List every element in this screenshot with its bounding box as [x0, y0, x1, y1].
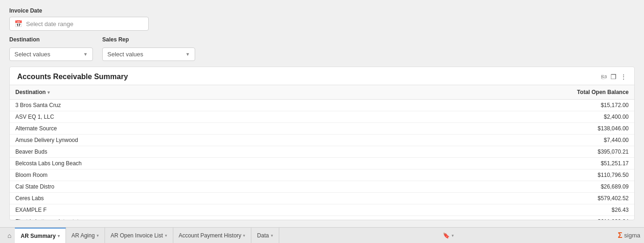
destination-value: Select values [14, 51, 50, 58]
cell-total-open-balance: $395,070.21 [355, 146, 634, 158]
cell-destination: Electric Lettuce - Interstate [10, 216, 355, 221]
more-options-icon[interactable]: ⋮ [620, 73, 627, 81]
date-range-input[interactable]: 📅 Select date range [9, 17, 149, 31]
table-row: Cal State Distro$26,689.09 [10, 181, 634, 193]
tab-ar-summary-chevron-icon: ▾ [58, 234, 60, 238]
table-row: ASV EQ 1, LLC$2,400.00 [10, 111, 634, 123]
cell-total-open-balance: $26.43 [355, 204, 634, 216]
cell-total-open-balance: $15,172.00 [355, 100, 634, 111]
tab-account-payment-history[interactable]: Account Payment History ▾ [173, 228, 252, 243]
tab-data[interactable]: Data ▾ [251, 228, 279, 243]
tab-account-payment-history-chevron-icon: ▾ [243, 233, 245, 238]
tab-ar-aging-label: AR Aging [72, 232, 95, 239]
calendar-icon: 📅 [14, 20, 22, 27]
sigma-brand-text: sigma [624, 232, 640, 239]
table-row: Beaver Buds$395,070.21 [10, 146, 634, 158]
cell-total-open-balance: $26,689.09 [355, 181, 634, 193]
filters-row: Destination Select values ▼ Sales Rep Se… [9, 36, 635, 61]
main-content: Invoice Date 📅 Select date range Destina… [0, 0, 644, 220]
col-total-open-balance[interactable]: Total Open Balance [355, 85, 634, 100]
table-row: Ceres Labs$579,402.52 [10, 193, 634, 204]
table-title: Accounts Receivable Summary [17, 73, 128, 81]
cell-total-open-balance: $611,930.04 [355, 216, 634, 221]
table-row: Alternate Source$138,046.00 [10, 123, 634, 135]
cell-total-open-balance: $51,251.17 [355, 158, 634, 169]
cell-total-open-balance: $579,402.52 [355, 193, 634, 204]
destination-chevron-icon: ▼ [83, 52, 88, 57]
cell-destination: EXAMPLE F [10, 204, 355, 216]
filter-icon: ⎘ [601, 74, 605, 80]
table-row: EXAMPLE F$26.43 [10, 204, 634, 216]
cell-destination: Amuse Delivery Lynwood [10, 135, 355, 146]
tab-ar-aging-chevron-icon: ▾ [97, 233, 99, 238]
table-actions: ⎘3 ❐ ⋮ [601, 73, 627, 81]
sigma-logo: Σ sigma [618, 231, 640, 240]
filter-badge[interactable]: ⎘3 [601, 74, 607, 80]
table-header-bar: Accounts Receivable Summary ⎘3 ❐ ⋮ [10, 67, 634, 85]
table-row: Bloom Room$110,796.50 [10, 169, 634, 181]
home-tab[interactable]: ⌂ [4, 232, 15, 239]
cell-total-open-balance: $2,400.00 [355, 111, 634, 123]
destination-select[interactable]: Select values ▼ [9, 47, 93, 61]
table-row: 3 Bros Santa Cruz$15,172.00 [10, 100, 634, 111]
cell-destination: 3 Bros Santa Cruz [10, 100, 355, 111]
sales-rep-chevron-icon: ▼ [185, 52, 190, 57]
tab-ar-aging[interactable]: AR Aging ▾ [66, 228, 105, 243]
cell-destination: Alternate Source [10, 123, 355, 135]
cell-destination: ASV EQ 1, LLC [10, 111, 355, 123]
sales-rep-value: Select values [107, 51, 143, 58]
cell-destination: Cal State Distro [10, 181, 355, 193]
bookmark-icon: 🔖 [443, 232, 450, 239]
cell-total-open-balance: $110,796.50 [355, 169, 634, 181]
bookmark-chevron-icon: ▾ [452, 233, 454, 238]
tab-ar-open-invoice-list[interactable]: AR Open Invoice List ▾ [105, 228, 173, 243]
col-destination[interactable]: Destination ▾ [10, 85, 355, 100]
sales-rep-label: Sales Rep [102, 36, 195, 43]
tab-ar-summary[interactable]: AR Summary ▾ [15, 228, 66, 243]
table-row: Electric Lettuce - Interstate$611,930.04 [10, 216, 634, 221]
tab-ar-summary-label: AR Summary [20, 233, 55, 239]
cell-total-open-balance: $7,440.00 [355, 135, 634, 146]
cell-destination: Beaver Buds [10, 146, 355, 158]
cell-destination: Ceres Labs [10, 193, 355, 204]
sigma-brand-icon: Σ [618, 231, 623, 240]
destination-label: Destination [9, 36, 93, 43]
filter-count: 3 [605, 74, 607, 79]
invoice-date-label: Invoice Date [9, 7, 635, 14]
sort-icon-destination: ▾ [47, 90, 50, 95]
table-row: Belcosta Labs Long Beach$51,251.17 [10, 158, 634, 169]
cell-destination: Bloom Room [10, 169, 355, 181]
table-container: Accounts Receivable Summary ⎘3 ❐ ⋮ Desti… [9, 67, 635, 220]
bookmark-section[interactable]: 🔖 ▾ [443, 232, 454, 239]
cell-destination: Belcosta Labs Long Beach [10, 158, 355, 169]
sales-rep-select[interactable]: Select values ▼ [102, 47, 195, 61]
table-row: Amuse Delivery Lynwood$7,440.00 [10, 135, 634, 146]
tab-account-payment-history-label: Account Payment History [179, 232, 242, 239]
date-placeholder: Select date range [26, 20, 73, 27]
table-header-row: Destination ▾ Total Open Balance [10, 85, 634, 100]
tab-ar-open-invoice-list-label: AR Open Invoice List [111, 232, 163, 239]
destination-filter-group: Destination Select values ▼ [9, 36, 93, 61]
bottom-tabs: ⌂ AR Summary ▾ AR Aging ▾ AR Open Invoic… [0, 227, 644, 243]
tab-data-label: Data [257, 232, 269, 239]
tab-data-chevron-icon: ▾ [271, 233, 273, 238]
sales-rep-filter-group: Sales Rep Select values ▼ [102, 36, 195, 61]
cell-total-open-balance: $138,046.00 [355, 123, 634, 135]
invoice-date-section: Invoice Date 📅 Select date range [9, 7, 635, 31]
tab-ar-open-invoice-list-chevron-icon: ▾ [165, 233, 167, 238]
expand-icon[interactable]: ❐ [611, 73, 617, 81]
data-table: Destination ▾ Total Open Balance 3 Bros … [10, 85, 634, 220]
